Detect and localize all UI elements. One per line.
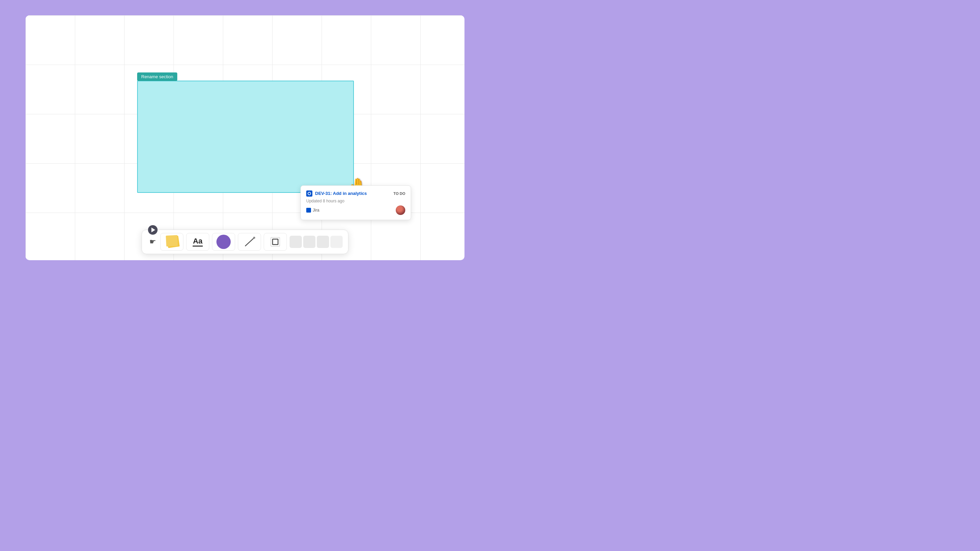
section-rect[interactable] [137, 81, 354, 193]
toolbar: ☛ Aa [142, 230, 348, 254]
text-tool[interactable]: Aa [186, 233, 209, 251]
card-title: DEV-31: Add in analytics [315, 191, 367, 197]
svg-line-0 [245, 238, 254, 246]
card-source: Jira [306, 208, 319, 213]
canvas-content: Rename section 🤚 DEV-31: Add in analytic… [25, 15, 465, 260]
rename-section-label[interactable]: Rename section [137, 73, 177, 81]
frame-icon [268, 235, 282, 249]
avatar-image [396, 205, 405, 215]
play-button[interactable] [148, 225, 158, 235]
toolbar-extra-3[interactable] [317, 236, 329, 248]
avatar [396, 205, 405, 215]
toolbar-more-items [290, 236, 343, 248]
card-source-label: Jira [313, 208, 319, 213]
sticky-notes-tool[interactable] [160, 233, 183, 251]
text-underline [192, 246, 203, 246]
sticky-notes-icon [165, 235, 179, 249]
jira-icon-inner [308, 192, 311, 195]
shapes-tool[interactable] [212, 233, 235, 251]
card-popup-header: DEV-31: Add in analytics TO DO [306, 191, 405, 197]
svg-point-1 [253, 237, 255, 239]
card-title-row: DEV-31: Add in analytics [306, 191, 367, 197]
sticky-note-front [166, 235, 178, 246]
play-triangle-icon [151, 227, 155, 232]
toolbar-extra-2[interactable] [303, 236, 315, 248]
frame-tool[interactable] [264, 233, 287, 251]
jira-icon [306, 191, 312, 197]
text-aa-icon: Aa [193, 237, 202, 245]
toolbar-extra-4[interactable] [331, 236, 343, 248]
card-popup: DEV-31: Add in analytics TO DO Updated 8… [301, 185, 411, 220]
toolbar-extra-1[interactable] [290, 236, 302, 248]
card-status: TO DO [393, 192, 405, 195]
jira-small-source-icon [306, 208, 311, 213]
card-updated: Updated 8 hours ago [306, 198, 405, 203]
svg-rect-3 [272, 239, 278, 245]
line-icon [242, 234, 257, 249]
line-tool[interactable] [238, 233, 261, 251]
cursor-tool[interactable]: ☛ [147, 235, 158, 248]
card-footer: Jira [306, 205, 405, 215]
shape-circle-icon [216, 235, 231, 249]
canvas-container: Rename section 🤚 DEV-31: Add in analytic… [25, 15, 465, 260]
